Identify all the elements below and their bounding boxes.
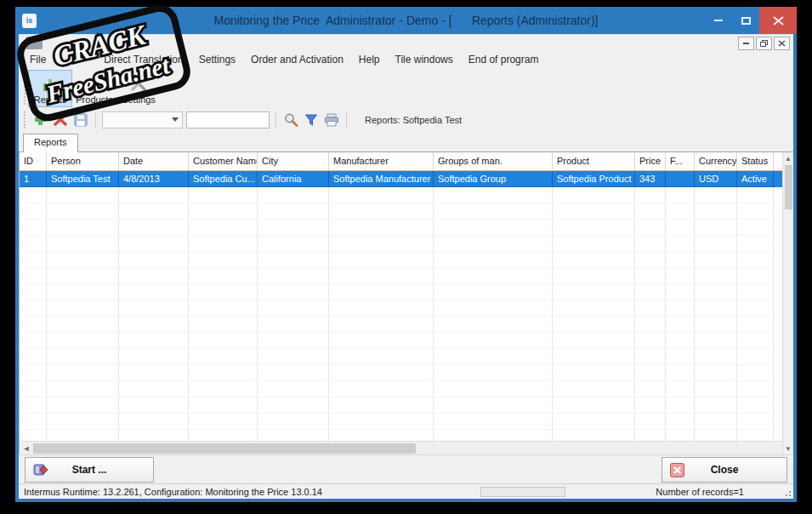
grid-area: ID Person Date Customer Name City Manufa… bbox=[19, 152, 793, 454]
cell-person: Softpedia Test bbox=[47, 171, 119, 187]
column-header[interactable]: Customer Name bbox=[189, 152, 258, 170]
restore-icon bbox=[760, 40, 768, 47]
column-header[interactable]: F... bbox=[666, 152, 695, 170]
status-bar: Intermus Runtime: 13.2.261, Configuratio… bbox=[19, 483, 793, 499]
scroll-left-icon[interactable]: ◄ bbox=[20, 444, 33, 453]
print-button[interactable] bbox=[323, 111, 340, 128]
menu-file[interactable]: File bbox=[22, 52, 54, 67]
cell-product: Softpedia Product bbox=[553, 171, 635, 187]
cell-groups: Softpedia Group bbox=[434, 171, 553, 187]
table-row-empty bbox=[20, 397, 782, 414]
resize-grip[interactable] bbox=[782, 488, 791, 496]
menu-settings[interactable]: Settings bbox=[191, 52, 243, 67]
scroll-up-icon[interactable]: ▲ bbox=[783, 152, 793, 164]
scroll-down-icon[interactable]: ▼ bbox=[783, 443, 793, 454]
toolbar-button-label: Products bbox=[76, 94, 112, 105]
filter-combobox[interactable] bbox=[102, 111, 183, 128]
main-toolbar: Reports Products Settings bbox=[19, 69, 793, 108]
add-button[interactable] bbox=[31, 111, 48, 128]
menu-bar: File Direct Translation Settings Order a… bbox=[19, 50, 793, 69]
cell-customer: Softpedia Cu... bbox=[189, 171, 258, 187]
search-icon bbox=[283, 112, 298, 128]
app-icon[interactable]: is bbox=[22, 14, 37, 28]
app-window: is Monitoring the Price Administrator - … bbox=[15, 7, 797, 502]
filter-button[interactable] bbox=[303, 111, 320, 128]
delete-button[interactable] bbox=[52, 111, 69, 128]
table-row-selected[interactable]: 1 Softpedia Test 4/8/2013 Softpedia Cu..… bbox=[20, 171, 782, 187]
search-input[interactable] bbox=[186, 111, 270, 128]
products-icon bbox=[84, 73, 105, 94]
maximize-button[interactable] bbox=[732, 7, 759, 34]
save-button[interactable] bbox=[72, 111, 89, 128]
column-header[interactable]: Date bbox=[119, 152, 189, 170]
column-header[interactable]: Product bbox=[553, 152, 635, 170]
table-row-empty bbox=[20, 220, 782, 236]
record-count-text: Number of records=1 bbox=[656, 487, 744, 497]
vertical-scroll-thumb[interactable] bbox=[785, 165, 792, 209]
vertical-scrollbar[interactable]: ▲ ▼ bbox=[782, 152, 793, 454]
mdi-row bbox=[19, 35, 793, 50]
separator bbox=[275, 112, 276, 128]
titlebar: is Monitoring the Price Administrator - … bbox=[19, 7, 793, 34]
cell-f bbox=[666, 171, 695, 187]
cell-date: 4/8/2013 bbox=[119, 171, 189, 187]
column-header[interactable]: Manufacturer bbox=[329, 152, 434, 170]
toolbar-button-label: Settings bbox=[122, 94, 156, 105]
menu-help[interactable]: Help bbox=[351, 52, 388, 67]
toolbar-button-products[interactable]: Products bbox=[72, 70, 116, 107]
window-content: File Direct Translation Settings Order a… bbox=[19, 34, 793, 499]
menu-order-activation[interactable]: Order and Activation bbox=[243, 52, 351, 67]
progress-indicator bbox=[480, 487, 565, 497]
mdi-restore-button[interactable] bbox=[756, 37, 772, 50]
mdi-minimize-button[interactable] bbox=[738, 37, 754, 50]
column-header[interactable]: Groups of man. bbox=[434, 152, 553, 170]
mdi-close-button[interactable] bbox=[774, 37, 790, 50]
column-header[interactable]: City bbox=[258, 152, 329, 170]
table-row-empty bbox=[20, 381, 782, 397]
menu-end-of-program[interactable]: End of program bbox=[461, 52, 547, 67]
toolbar-button-reports[interactable]: Reports bbox=[28, 70, 72, 107]
window-title: Monitoring the Price Administrator - Dem… bbox=[213, 14, 598, 27]
close-button[interactable] bbox=[759, 7, 797, 34]
cell-currency: USD bbox=[695, 171, 737, 187]
runtime-status-text: Intermus Runtime: 13.2.261, Configuratio… bbox=[22, 487, 322, 497]
cell-status: Active bbox=[737, 171, 774, 187]
search-button[interactable] bbox=[282, 111, 299, 128]
table-row-empty bbox=[20, 317, 782, 333]
settings-icon bbox=[128, 73, 149, 94]
table-row-empty bbox=[20, 236, 782, 252]
delete-icon bbox=[54, 113, 67, 126]
table-row-empty bbox=[20, 252, 782, 268]
tab-reports[interactable]: Reports bbox=[23, 134, 78, 152]
column-header[interactable]: Currency bbox=[695, 152, 737, 170]
table-row-empty bbox=[20, 284, 782, 300]
close-icon bbox=[773, 16, 784, 26]
current-view-label: Reports: Softpedia Test bbox=[365, 115, 462, 125]
cell-city: California bbox=[258, 171, 329, 187]
menu-direct-translation[interactable]: Direct Translation bbox=[96, 52, 190, 67]
horizontal-scrollbar[interactable]: ◄ bbox=[20, 441, 782, 454]
table-row-empty bbox=[20, 187, 782, 203]
minimize-button[interactable] bbox=[705, 7, 732, 34]
column-header[interactable]: Status bbox=[737, 152, 774, 170]
column-header[interactable]: ID bbox=[20, 152, 47, 170]
table-row-empty bbox=[20, 333, 782, 349]
column-header[interactable]: Person bbox=[47, 152, 119, 170]
minimize-icon bbox=[743, 43, 749, 44]
toolbar-grip bbox=[24, 111, 26, 128]
table-row-empty bbox=[20, 349, 782, 365]
toolbar-button-settings[interactable]: Settings bbox=[116, 70, 161, 107]
close-icon bbox=[670, 463, 684, 477]
start-button[interactable]: Start ... bbox=[25, 457, 154, 483]
document-icon[interactable] bbox=[26, 37, 43, 49]
menu-tile-windows[interactable]: Tile windows bbox=[388, 52, 461, 67]
close-form-button[interactable]: Close bbox=[662, 457, 787, 483]
column-header[interactable]: Price bbox=[635, 152, 666, 170]
cell-id: 1 bbox=[20, 171, 47, 187]
minimize-icon bbox=[714, 20, 723, 21]
horizontal-scroll-thumb[interactable] bbox=[33, 443, 416, 454]
tab-strip: Reports bbox=[19, 131, 793, 152]
cell-manufacturer: Softpedia Manufacturer bbox=[329, 171, 434, 187]
table-row-empty bbox=[20, 365, 782, 381]
start-icon bbox=[33, 463, 48, 477]
